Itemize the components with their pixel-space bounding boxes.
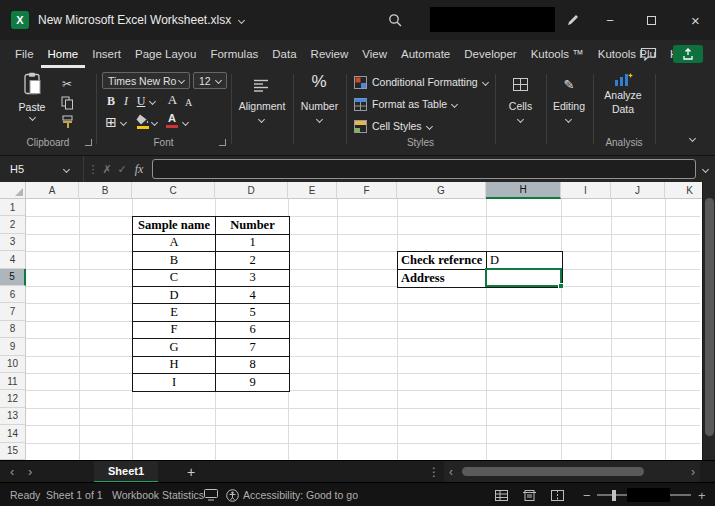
expand-formula-bar-icon[interactable] <box>702 166 709 173</box>
editing-group-button[interactable]: Editing <box>546 100 592 112</box>
font-color-dropdown-icon[interactable] <box>182 119 189 126</box>
tab-automate[interactable]: Automate <box>394 40 457 68</box>
row-header-7[interactable]: 7 <box>0 303 26 320</box>
formula-input[interactable] <box>152 159 696 179</box>
scroll-left-icon[interactable]: ‹ <box>449 465 453 479</box>
insert-function-icon[interactable]: fx <box>131 156 147 182</box>
row-header-6[interactable]: 6 <box>0 286 26 303</box>
column-header-e[interactable]: E <box>288 182 337 199</box>
row-header-14[interactable]: 14 <box>0 425 26 442</box>
fill-handle[interactable] <box>558 283 564 289</box>
column-header-i[interactable]: I <box>561 182 611 199</box>
excel-app-icon[interactable]: X <box>11 11 29 29</box>
horizontal-scrollbar-thumb[interactable] <box>462 467 644 476</box>
italic-button[interactable]: I <box>120 93 132 109</box>
enter-icon[interactable]: ✓ <box>115 156 129 182</box>
tab-kutools[interactable]: Kutools ™ <box>524 40 591 68</box>
fill-color-button[interactable] <box>136 114 149 129</box>
column-header-b[interactable]: B <box>79 182 132 199</box>
chevron-down-icon[interactable] <box>238 16 245 23</box>
cell[interactable]: G <box>133 339 216 355</box>
search-icon[interactable] <box>388 13 402 31</box>
alignment-expand-icon[interactable] <box>258 116 265 123</box>
cell[interactable]: 5 <box>216 304 289 320</box>
column-header-f[interactable]: F <box>337 182 397 199</box>
tab-file[interactable]: File <box>8 40 41 68</box>
row-header-5[interactable]: 5 <box>0 269 26 286</box>
column-header-h[interactable]: H <box>486 182 561 199</box>
cell[interactable]: 4 <box>216 287 289 303</box>
zoom-slider-thumb[interactable] <box>612 490 616 501</box>
cell[interactable]: D <box>133 287 216 303</box>
collapse-ribbon-icon[interactable] <box>689 135 696 142</box>
accessibility-icon[interactable] <box>226 483 239 506</box>
page-break-view-button[interactable] <box>551 483 564 506</box>
cell[interactable]: 9 <box>216 374 289 391</box>
cut-button[interactable]: ✂ <box>58 75 76 92</box>
cell[interactable]: Sample name <box>133 217 216 233</box>
previous-sheet-icon[interactable]: ‹ <box>10 465 14 479</box>
cell[interactable]: 2 <box>216 252 289 268</box>
sheet-tab-sheet1[interactable]: Sheet1 <box>94 461 158 483</box>
cell-styles-button[interactable]: Cell Styles <box>354 117 432 135</box>
cancel-icon[interactable]: ✗ <box>100 156 114 182</box>
row-header-4[interactable]: 4 <box>0 251 26 268</box>
formula-bar-handle-icon[interactable]: ⋮ <box>88 156 98 182</box>
cell[interactable]: D <box>487 252 562 268</box>
increase-font-size-button[interactable]: A <box>165 92 180 108</box>
tab-data[interactable]: Data <box>265 40 303 68</box>
cell[interactable]: E <box>133 304 216 320</box>
tab-page-layou[interactable]: Page Layou <box>128 40 203 68</box>
tab-insert[interactable]: Insert <box>85 40 128 68</box>
select-all-corner[interactable] <box>0 182 26 199</box>
cell[interactable]: A <box>133 235 216 251</box>
zoom-in-button[interactable]: + <box>698 483 706 506</box>
paste-button[interactable]: Paste <box>10 72 54 134</box>
column-header-j[interactable]: J <box>611 182 665 199</box>
borders-dropdown-icon[interactable] <box>120 119 127 126</box>
cell[interactable]: 8 <box>216 357 289 373</box>
cell[interactable]: C <box>133 270 216 286</box>
copy-button[interactable] <box>58 94 76 111</box>
cell[interactable]: H <box>133 357 216 373</box>
vertical-scrollbar-thumb[interactable] <box>705 198 714 436</box>
cell[interactable]: 6 <box>216 322 289 338</box>
font-color-button[interactable]: A <box>166 113 178 128</box>
comments-icon[interactable] <box>640 47 657 65</box>
tab-view[interactable]: View <box>355 40 394 68</box>
cell[interactable]: F <box>133 322 216 338</box>
cells-expand-icon[interactable] <box>517 116 524 123</box>
maximize-button[interactable] <box>633 0 669 40</box>
next-sheet-icon[interactable]: › <box>28 465 32 479</box>
name-box[interactable]: H5 <box>0 156 84 182</box>
decrease-font-size-button[interactable]: A <box>182 94 195 110</box>
new-sheet-button[interactable]: + <box>182 461 200 483</box>
share-button[interactable] <box>673 45 703 63</box>
clipboard-dialog-launcher-icon[interactable] <box>85 139 92 146</box>
tab-review[interactable]: Review <box>304 40 356 68</box>
fill-color-dropdown-icon[interactable] <box>151 119 158 126</box>
tab-developer[interactable]: Developer <box>457 40 523 68</box>
cell[interactable]: I <box>133 374 216 391</box>
row-header-12[interactable]: 12 <box>0 390 26 407</box>
cell[interactable]: 1 <box>216 235 289 251</box>
cell[interactable]: 7 <box>216 339 289 355</box>
minimize-button[interactable]: − <box>592 0 628 40</box>
font-name-combo[interactable]: Times New Ro <box>102 72 190 89</box>
font-size-combo[interactable]: 12 <box>193 72 227 89</box>
cells-group-button[interactable]: Cells <box>496 100 545 112</box>
number-expand-icon[interactable] <box>316 116 323 123</box>
column-header-g[interactable]: G <box>397 182 486 199</box>
row-header-2[interactable]: 2 <box>0 216 26 233</box>
column-header-c[interactable]: C <box>132 182 215 199</box>
cell[interactable]: Address <box>398 270 487 287</box>
font-dialog-launcher-icon[interactable] <box>219 139 226 146</box>
format-painter-button[interactable] <box>58 113 76 130</box>
zoom-out-button[interactable]: − <box>583 483 591 506</box>
borders-button[interactable]: ⊞ <box>103 114 119 130</box>
row-header-13[interactable]: 13 <box>0 408 26 425</box>
column-header-d[interactable]: D <box>215 182 288 199</box>
tab-home[interactable]: Home <box>41 40 86 68</box>
editing-expand-icon[interactable] <box>565 116 572 123</box>
analyze-data-button[interactable]: Analyze Data <box>596 72 650 115</box>
